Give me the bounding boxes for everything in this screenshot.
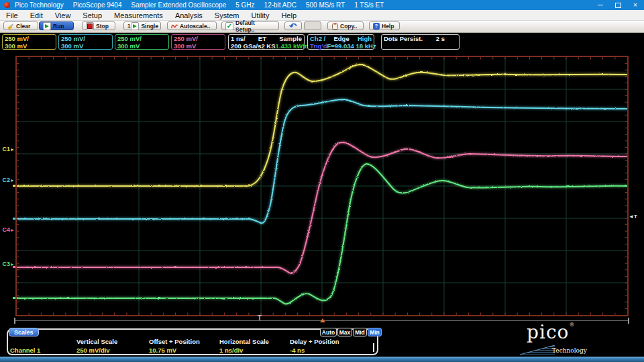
offset-position-value[interactable]: 10.75 mV <box>149 347 176 354</box>
trigger-source: Ch2 / <box>310 36 325 43</box>
title-product: Sampler Extended Oscilloscope <box>131 1 227 9</box>
ch1-scale: 250 mV/ <box>5 36 29 43</box>
menu-setup[interactable]: Setup <box>76 10 108 20</box>
trigger-status: Trig'd <box>310 43 327 50</box>
help-button[interactable]: ? Help <box>369 21 400 30</box>
title-vendor: Pico Technology <box>15 1 64 9</box>
channel2-settings-box[interactable]: 250 mV/ 300 mV <box>58 34 113 50</box>
logo-registered-mark: ® <box>569 322 575 328</box>
delay-position-arrow-icon[interactable] <box>320 318 325 322</box>
menu-view[interactable]: View <box>49 10 77 20</box>
title-model: PicoScope 9404 <box>73 1 122 9</box>
maximize-button[interactable] <box>609 0 627 10</box>
single-button[interactable]: 1 Single <box>123 21 161 30</box>
trigger-position-marker[interactable]: T <box>258 314 262 322</box>
logo-subtext: Technology <box>552 347 587 354</box>
acquisition-mode: Sample <box>279 36 302 43</box>
minimize-button[interactable] <box>592 0 609 10</box>
autoscale-button[interactable]: Autoscale.. <box>167 21 217 30</box>
title-bandwidth: 5 GHz <box>235 1 254 9</box>
horizontal-scale-header: Horizontal Scale <box>219 338 269 345</box>
undo-icon: ↶ <box>289 22 297 30</box>
menu-measurements[interactable]: Measurements <box>108 10 169 20</box>
tab-scales[interactable]: Scales <box>9 328 39 336</box>
run-label: Run <box>53 23 64 30</box>
trigger-box[interactable]: Ch2 / Edge High Trig'd F=99.034 18 kHz <box>307 34 374 50</box>
logo-text: pico <box>527 321 569 343</box>
menu-analysis[interactable]: Analysis <box>169 10 209 20</box>
clear-label: Clear <box>16 23 30 30</box>
ch2-range: 300 mV <box>61 43 83 50</box>
default-setup-button[interactable]: ✓ Default Setup.. <box>221 21 279 30</box>
help-label: Help <box>382 23 394 30</box>
minimize-icon <box>598 5 603 5</box>
panel-size-min-button[interactable]: Min <box>368 328 382 336</box>
vertical-scale-value[interactable]: 250 mV/div <box>76 347 110 354</box>
ch1-range: 300 mV <box>5 43 27 50</box>
marker-c1[interactable]: C1► <box>0 146 15 152</box>
stop-button[interactable]: Stop <box>82 21 115 30</box>
menu-edit[interactable]: Edit <box>24 10 49 20</box>
help-icon: ? <box>373 23 380 30</box>
waveform-count: 1.433 kWfm <box>276 43 311 50</box>
checkmark-icon: ✓ <box>225 22 233 30</box>
close-button[interactable]: × <box>627 0 644 10</box>
taskbar-strip <box>0 357 644 362</box>
scope-display[interactable] <box>15 56 629 316</box>
menu-bar: File Edit View Setup Measurements Analys… <box>0 10 644 21</box>
single-label: Single <box>141 23 158 30</box>
broom-icon <box>7 23 14 30</box>
run-button[interactable]: Run <box>39 21 74 30</box>
clear-button[interactable]: Clear <box>3 21 38 30</box>
autoscale-label: Autoscale.. <box>180 23 210 30</box>
trigger-frequency: F=99.034 18 kHz <box>327 43 376 50</box>
title-bar: Pico Technology PicoScope 9404 Sampler E… <box>0 0 644 10</box>
channel4-settings-box[interactable]: 250 mV/ 300 mV <box>171 34 225 50</box>
offset-position-header: Offset + Position <box>149 338 200 345</box>
marker-arrow-icon: ► <box>10 147 15 152</box>
picoscope-app-window: Pico Technology PicoScope 9404 Sampler E… <box>0 0 644 362</box>
copy-button[interactable]: Copy.. <box>327 21 364 30</box>
ch2-scale: 250 mV/ <box>61 36 85 43</box>
panel-resize-handle[interactable] <box>373 343 374 352</box>
horizontal-scale-value[interactable]: 1 ns/div <box>219 347 243 354</box>
persistence-label: Dots Persist. <box>384 36 423 43</box>
ch4-range: 300 mV <box>174 43 196 50</box>
panel-channel-label: Channel 1 <box>10 347 40 354</box>
stop-icon <box>86 22 94 30</box>
persistence-box[interactable]: Dots Persist. 2 s <box>381 34 460 50</box>
panel-size-max-button[interactable]: Max <box>337 328 352 336</box>
undo-button[interactable]: ↶ <box>284 21 302 30</box>
logo-triangle-icon <box>520 345 555 355</box>
app-icon <box>4 2 10 8</box>
marker-c4[interactable]: C4► <box>0 226 15 233</box>
sample-rate: 200 GSa/s <box>231 43 261 50</box>
title-adc: 12-bit ADC <box>264 1 297 9</box>
menu-file[interactable]: File <box>0 10 24 20</box>
delay-position-value[interactable]: -4 ns <box>290 347 305 354</box>
autoscale-waveform-icon <box>171 23 178 30</box>
persistence-value: 2 s <box>436 36 445 43</box>
single-play-icon <box>131 22 139 30</box>
scope-graticule-and-traces <box>17 57 627 315</box>
marker-c2[interactable]: C2► <box>0 177 15 183</box>
title-et-rate: 1 TS/s ET <box>354 1 384 9</box>
menu-help[interactable]: Help <box>275 10 303 20</box>
panel-size-auto-button[interactable]: Auto <box>320 328 337 336</box>
default-setup-label: Default Setup.. <box>235 19 275 33</box>
record-length: 2 KS <box>261 43 275 50</box>
close-icon: × <box>633 1 637 9</box>
stop-label: Stop <box>96 23 109 30</box>
trigger-type: Edge <box>333 36 349 43</box>
redo-button-disabled <box>304 21 321 30</box>
panel-size-mid-button[interactable]: Mid <box>353 328 367 336</box>
vertical-scale-header: Vertical Scale <box>76 338 117 345</box>
timebase-scale: 1 ns/ <box>231 36 246 43</box>
trigger-level-marker[interactable]: ◄T <box>629 214 637 220</box>
channel1-settings-box[interactable]: 250 mV/ 300 mV <box>2 34 56 50</box>
single-one-icon: 1 <box>127 23 130 29</box>
trigger-sensitivity: High <box>358 36 372 43</box>
clipboard-icon <box>331 23 338 30</box>
timebase-box[interactable]: 1 ns/ ET Sample 200 GSa/s 2 KS 1.433 kWf… <box>228 34 305 50</box>
channel3-settings-box[interactable]: 250 mV/ 300 mV <box>115 34 169 50</box>
